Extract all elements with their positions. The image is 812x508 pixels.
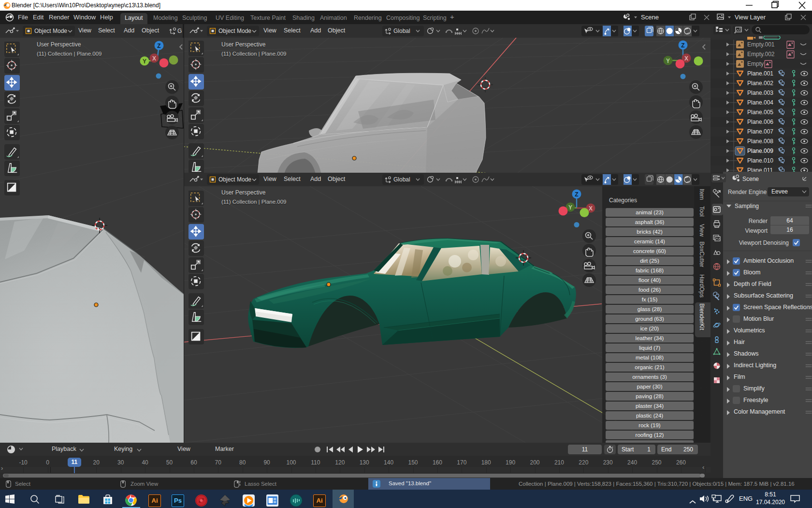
svg-text:Global: Global xyxy=(393,176,410,183)
svg-text:Z: Z xyxy=(575,191,578,198)
svg-text:Y: Y xyxy=(666,58,670,64)
svg-text:Z: Z xyxy=(157,43,160,49)
svg-text:X: X xyxy=(684,55,688,62)
svg-text:X: X xyxy=(589,205,593,212)
svg-text:Y: Y xyxy=(568,204,572,211)
svg-text:Y: Y xyxy=(143,58,146,65)
svg-text:Scene: Scene xyxy=(742,176,759,182)
svg-text:X: X xyxy=(152,55,156,62)
svg-text:Z: Z xyxy=(681,42,684,49)
svg-text:G: G xyxy=(177,28,182,34)
svg-text:Global: Global xyxy=(393,28,410,34)
